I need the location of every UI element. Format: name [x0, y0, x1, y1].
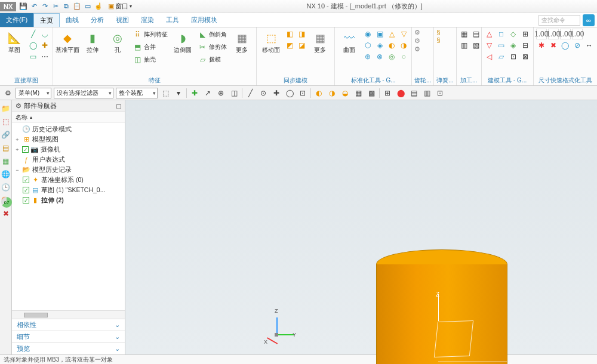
mt2-icon[interactable]: □: [496, 29, 507, 39]
std7-icon[interactable]: ◐: [386, 40, 397, 51]
gear3-icon[interactable]: ⚙: [414, 45, 420, 53]
infinity-button[interactable]: ∞: [583, 14, 595, 26]
sel-ic12[interactable]: ◐: [313, 88, 324, 98]
history-icon[interactable]: 🕒: [1, 183, 11, 192]
mt1-icon[interactable]: △: [484, 29, 495, 39]
std1-icon[interactable]: ◉: [362, 29, 373, 39]
pattern-button[interactable]: ⠿阵列特征: [131, 29, 170, 41]
roles-icon[interactable]: ✖: [1, 209, 11, 218]
line-icon[interactable]: ╱: [27, 29, 38, 39]
h-scrollbar[interactable]: [12, 310, 125, 319]
copy-icon[interactable]: ⧉: [61, 2, 71, 11]
node-extrude[interactable]: ✓▮拉伸 (2): [12, 195, 125, 205]
std4-icon[interactable]: ▽: [398, 29, 409, 39]
save-icon[interactable]: 💾: [19, 2, 28, 11]
std12-icon[interactable]: ○: [398, 51, 409, 62]
std3-icon[interactable]: △: [386, 29, 397, 39]
spring1-icon[interactable]: §: [436, 29, 440, 36]
mt5-icon[interactable]: ▽: [484, 40, 495, 51]
sel-ic3[interactable]: ✚: [189, 88, 200, 98]
dim2-button[interactable]: 1.00: [548, 29, 559, 39]
sync-more-button[interactable]: ▦更多: [308, 29, 332, 54]
assembly-nav-tab-icon[interactable]: ⬚: [1, 117, 11, 127]
sync-icon2[interactable]: ◨: [296, 29, 307, 39]
mt4-icon[interactable]: ⊞: [520, 29, 531, 39]
dim4-button[interactable]: 1.00: [572, 29, 583, 39]
std5-icon[interactable]: ⬡: [362, 40, 373, 51]
dim-ic5[interactable]: ↔: [584, 40, 595, 51]
part-nav-tab-icon[interactable]: 📁: [1, 104, 11, 113]
sync-icon4[interactable]: ◪: [296, 40, 307, 51]
sel-ic19[interactable]: ▤: [408, 88, 419, 98]
mt3-icon[interactable]: ◇: [508, 29, 519, 39]
datum-plane-button[interactable]: ◆基准平面: [56, 29, 79, 54]
tab-view[interactable]: 视图: [110, 13, 135, 27]
sketch-button[interactable]: 📐 草图: [2, 29, 26, 54]
m1-icon[interactable]: ▦: [459, 29, 470, 39]
selbar-settings-icon[interactable]: ⚙: [2, 88, 13, 98]
std10-icon[interactable]: ⊗: [374, 51, 385, 62]
section-dependency[interactable]: 相依性⌄: [12, 319, 125, 331]
dim-ic4[interactable]: ⊘: [572, 40, 583, 51]
constraint-nav-icon[interactable]: 🔗: [1, 130, 11, 140]
node-model-history[interactable]: −📂模型历史记录: [12, 165, 125, 175]
3d-viewport[interactable]: Z Y X Z Y X: [125, 100, 597, 354]
std6-icon[interactable]: ◈: [374, 40, 385, 51]
mt10-icon[interactable]: ▱: [496, 51, 507, 62]
point-icon[interactable]: ✚: [39, 40, 50, 51]
sel-ic11[interactable]: ⊡: [297, 88, 308, 98]
dim3-button[interactable]: 1.00: [560, 29, 571, 39]
sel-ic8[interactable]: ⊙: [258, 88, 269, 98]
sel-ic4[interactable]: ↗: [202, 88, 213, 98]
sel-ic16[interactable]: ▩: [366, 88, 377, 98]
sync-icon1[interactable]: ◧: [284, 29, 295, 39]
sel-ic21[interactable]: ⊡: [435, 88, 445, 98]
std2-icon[interactable]: ▣: [374, 29, 385, 39]
tab-render[interactable]: 渲染: [135, 13, 160, 27]
node-datum-csys[interactable]: ✓✦基准坐标系 (0): [12, 175, 125, 185]
trim-body-button[interactable]: ✂修剪体: [196, 41, 229, 53]
node-history-mode[interactable]: 🕒历史记录模式: [12, 124, 125, 134]
sel-ic13[interactable]: ◑: [327, 88, 337, 98]
node-user-expr[interactable]: ƒ用户表达式: [12, 155, 125, 165]
sel-ic17[interactable]: ⊞: [382, 88, 393, 98]
circle-icon[interactable]: ◯: [27, 40, 38, 51]
spring2-icon[interactable]: §: [436, 36, 440, 44]
m4-icon[interactable]: ▧: [471, 40, 482, 51]
hole-button[interactable]: ◎孔: [106, 29, 130, 54]
sel-ic10[interactable]: ◯: [284, 88, 295, 98]
gear1-icon[interactable]: ⚙: [414, 29, 420, 36]
extrude-button[interactable]: ▮拉伸: [81, 29, 104, 54]
touch-icon[interactable]: ☝: [94, 2, 103, 11]
tab-curve[interactable]: 曲线: [60, 13, 85, 27]
reuse-lib-icon[interactable]: ▤: [1, 143, 11, 153]
paste-icon[interactable]: 📋: [72, 2, 82, 11]
move-face-button[interactable]: ⬚移动面: [259, 29, 283, 54]
undo-icon[interactable]: ↶: [29, 2, 39, 11]
node-sketch[interactable]: ✓▤草图 (1) "SKETCH_0...: [12, 185, 125, 195]
m3-icon[interactable]: ▥: [459, 40, 470, 51]
cut-icon[interactable]: ✂: [51, 2, 60, 11]
menu-combo[interactable]: 菜单(M): [16, 88, 51, 98]
filter-combo[interactable]: 没有选择过滤器: [54, 88, 113, 98]
more-sketch-icon[interactable]: ⋯: [39, 51, 50, 62]
shell-button[interactable]: ◫抽壳: [131, 54, 170, 66]
dim-ic1[interactable]: ✱: [536, 40, 547, 51]
window-menu[interactable]: ▣ 窗口 ▾: [108, 2, 132, 11]
mt7-icon[interactable]: ◈: [508, 40, 519, 51]
m2-icon[interactable]: ▤: [471, 29, 482, 39]
file-menu[interactable]: 文件(F): [0, 13, 33, 27]
sel-ic1[interactable]: ⬚: [160, 88, 171, 98]
std8-icon[interactable]: ◑: [398, 40, 409, 51]
surface-button[interactable]: 〰曲面: [337, 29, 361, 54]
rect-icon[interactable]: ▭: [27, 51, 38, 62]
dim-ic2[interactable]: ✖: [548, 40, 559, 51]
tab-home[interactable]: 主页: [33, 13, 60, 27]
sel-ic15[interactable]: ▦: [353, 88, 364, 98]
command-search[interactable]: 查找命令: [538, 15, 580, 26]
mt8-icon[interactable]: ⊟: [520, 40, 531, 51]
mt9-icon[interactable]: ◁: [484, 51, 495, 62]
gear2-icon[interactable]: ⚙: [414, 37, 420, 45]
node-cameras[interactable]: +✓📷摄像机: [12, 144, 125, 155]
mt12-icon[interactable]: ⊠: [520, 51, 531, 62]
